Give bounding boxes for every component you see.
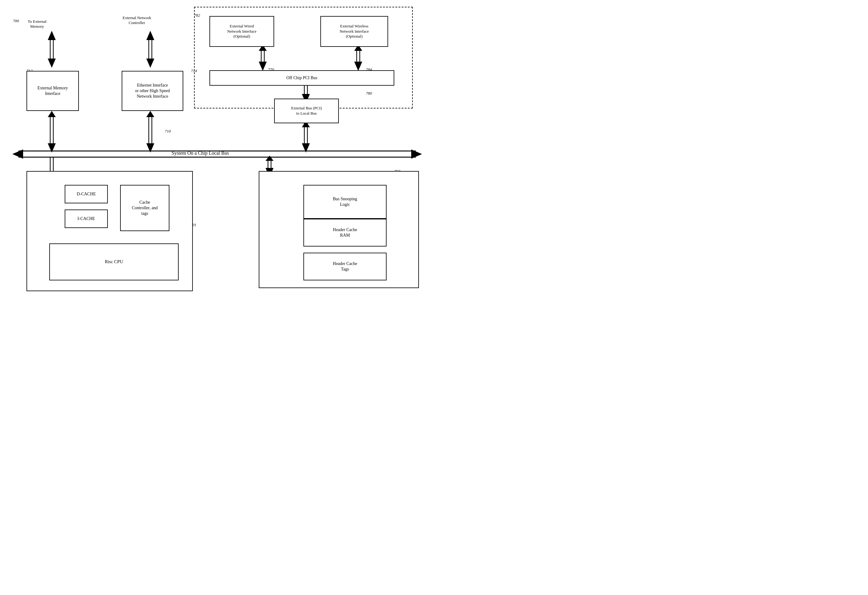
bus-snooping-logic-box: Bus SnoopingLogic [303,185,387,219]
d-cache-box: D-CACHE [65,185,108,203]
external-bus-pci-box: External Bus (PCI)to Local Bus [274,99,339,123]
svg-marker-10 [48,31,56,40]
external-wireless-network-box: External WirelessNetwork Interface(Optio… [320,16,388,47]
svg-marker-23 [146,111,154,117]
header-cache-tags-box: Header CacheTags [303,253,387,280]
label-700: 700 [13,18,19,24]
external-memory-interface-box: External MemoryInterface [27,71,79,111]
cache-controller-box: CacheController, andtags [120,185,170,231]
svg-marker-6 [12,149,23,159]
external-wired-network-box: External WiredNetwork Interface(Optional… [210,16,274,47]
svg-marker-18 [146,31,154,40]
to-external-memory-label: To ExternalMemory [28,19,47,29]
i-cache-box: I-CACHE [65,210,108,228]
ethernet-interface-box: Ethernet Interfaceor other High SpeedNet… [122,71,183,111]
svg-marker-19 [146,59,154,68]
system-bus-label: System On a Chip Local Bus [62,150,339,156]
diagram: 700 712 714 710 782 770 784 742 780 750 … [0,0,434,298]
header-cache-ram-box: Header CacheRAM [303,219,387,247]
svg-marker-7 [411,149,422,159]
risc-cpu-box: Risc CPU [49,243,179,280]
svg-marker-15 [48,111,56,117]
svg-marker-11 [48,59,56,68]
external-network-controller-label: External NetworkController [123,15,151,25]
svg-marker-57 [266,155,273,161]
label-710: 710 [165,129,171,134]
off-chip-pci-bus-box: Off Chip PCI Bus [210,70,394,86]
svg-marker-14 [48,143,56,152]
